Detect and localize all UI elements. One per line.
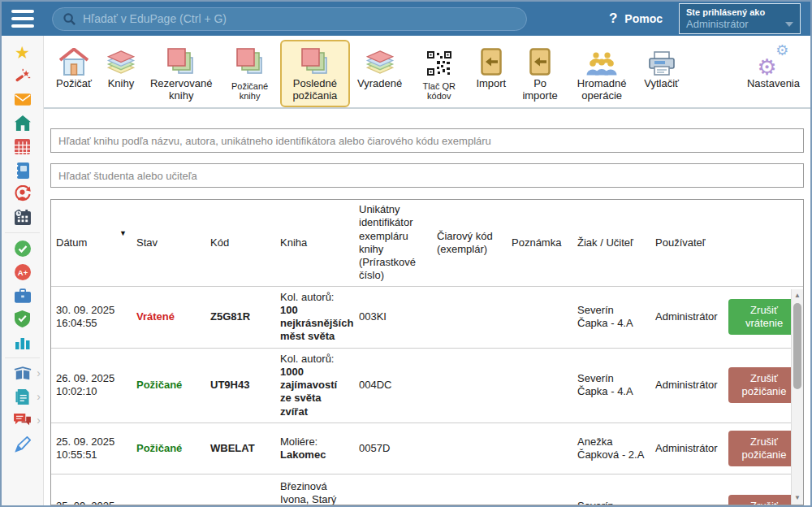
layers-icon (106, 45, 136, 76)
scroll-down-button[interactable]: ▼ (792, 494, 803, 501)
top-bar: ? Pomoc Ste prihlásený ako Administrátor (2, 2, 810, 36)
toolbar-item-label: Rezervované knihy (150, 78, 213, 102)
library-toolbar: Požičať Knihy Rezervované knihy (44, 36, 810, 109)
sidebar-item-timetable[interactable] (2, 135, 43, 158)
sidebar-item-grades[interactable]: A+ (2, 260, 43, 284)
column-header-stav[interactable]: Stav (132, 200, 205, 286)
toolbar-item-nastavenia[interactable]: ⚙⚙ Nastavenia (740, 40, 807, 96)
column-header-uid[interactable]: Unikátny identifikátor exempláru knihy (… (354, 200, 432, 286)
column-header-ciarovy-kod[interactable]: Čiarový kód (exemplár) (432, 200, 507, 286)
book-search-input[interactable] (50, 128, 804, 153)
toolbar-item-label: Import (476, 78, 506, 90)
sort-descending-icon[interactable]: ▼ (119, 229, 127, 238)
scroll-up-button[interactable]: ▲ (792, 292, 803, 299)
sidebar-item-edit[interactable] (2, 432, 43, 456)
cell-barcode (432, 422, 507, 474)
toolbar-item-label: Vytlačiť (644, 78, 679, 90)
global-search[interactable] (52, 7, 527, 31)
toolbar-item-label: Posledné požičania (287, 78, 343, 102)
left-sidebar: ★ A+ (2, 36, 44, 505)
column-header-datum[interactable]: Dátum▼ (51, 200, 132, 286)
column-header-pouzivatel[interactable]: Používateľ (650, 200, 723, 286)
open-book-icon (14, 366, 32, 380)
column-header-kod[interactable]: Kód (205, 200, 275, 286)
hamburger-menu-icon[interactable] (11, 10, 34, 28)
sidebar-item-agenda[interactable] (2, 284, 43, 307)
status-badge: Požičané (132, 422, 205, 474)
column-header-kniha[interactable]: Kniha (275, 200, 354, 286)
cell-code: LNZWFL (205, 474, 275, 505)
calendar-clock-icon (15, 210, 31, 225)
toolbar-item-vyradene[interactable]: Vyradené (350, 40, 409, 96)
sidebar-item-schedule[interactable] (2, 206, 43, 229)
logged-in-as-label: Ste prihlásený ako (686, 6, 793, 18)
toolbar-item-tlac-qr-kodov[interactable]: Tlač QR kódov (409, 40, 469, 107)
cancel-borrow-button[interactable]: Zrušiť požičanie (728, 495, 800, 505)
help-button[interactable]: ? Pomoc (609, 11, 663, 27)
person-search-input[interactable] (50, 163, 804, 188)
loans-table: Dátum▼ Stav Kód Kniha Unikátny identifik… (50, 199, 804, 505)
sidebar-item-library[interactable]: › (2, 362, 43, 385)
sidebar-item-attendance[interactable] (2, 236, 43, 260)
toolbar-item-label: Požičané knihy (227, 81, 273, 102)
people-icon (586, 45, 617, 76)
cell-code: Z5G81R (205, 286, 275, 348)
toolbar-item-knihy[interactable]: Knihy (99, 40, 143, 96)
vertical-scrollbar[interactable]: ▲ ▼ (791, 289, 803, 505)
toolbar-item-rezervovane-knihy[interactable]: Rezervované knihy (143, 40, 220, 107)
cell-user: Administrátor (650, 286, 723, 348)
person-refresh-icon (14, 185, 31, 202)
shield-check-icon (15, 310, 30, 327)
toolbar-item-hromadne-operacie[interactable]: Hromadné operácie (567, 40, 637, 107)
sidebar-item-chat[interactable]: › (2, 409, 43, 432)
cell-person: Severín Čapka - 4.A (572, 474, 650, 505)
global-search-input[interactable] (83, 12, 516, 25)
magic-wand-icon (15, 68, 31, 84)
cancel-return-button[interactable]: Zrušiť vrátenie (728, 299, 800, 336)
document-icon (15, 389, 29, 405)
sidebar-item-home[interactable] (2, 111, 43, 135)
stacked-squares-icon (300, 45, 330, 76)
column-header-ziak-ucitel[interactable]: Žiak / Učiteľ (572, 200, 650, 286)
gears-icon: ⚙⚙ (758, 45, 788, 76)
table-row: 25. 09. 202510:55:51 Požičané WBELAT Mol… (51, 422, 803, 474)
table-row: 30. 09. 202516:04:55 Vrátené Z5G81R Kol.… (51, 286, 803, 348)
table-row: 26. 09. 202510:02:10 Požičané UT9H43 Kol… (51, 348, 803, 422)
status-badge: Požičané (132, 474, 205, 505)
question-mark-icon: ? (609, 11, 617, 27)
sidebar-item-mail[interactable] (2, 88, 43, 111)
toolbar-item-label: Požičať (56, 78, 92, 90)
column-header-poznamka[interactable]: Poznámka (507, 200, 572, 286)
cell-note (507, 422, 572, 474)
toolbar-item-pozicane-knihy[interactable]: Požičané knihy (220, 40, 280, 107)
sidebar-item-favorites[interactable]: ★ (2, 41, 43, 64)
toolbar-item-import[interactable]: Import (469, 40, 513, 96)
briefcase-icon (15, 288, 31, 303)
cell-code: WBELAT (205, 422, 275, 474)
logged-in-user-dropdown[interactable]: Ste prihlásený ako Administrátor (679, 3, 801, 34)
cell-book: Kol. autorů:100 nejkrásnějších měst svět… (275, 286, 354, 348)
toolbar-item-label: Knihy (108, 78, 135, 90)
sidebar-item-parents[interactable] (2, 182, 43, 206)
star-icon: ★ (15, 44, 30, 61)
pen-icon (15, 436, 31, 453)
sidebar-item-notebook[interactable] (2, 158, 43, 182)
sidebar-item-statistics[interactable] (2, 331, 43, 354)
sidebar-item-documents[interactable]: › (2, 385, 43, 409)
check-circle-icon (15, 240, 31, 257)
cell-person: Severín Čapka - 4.A (572, 348, 650, 422)
cell-uid: 544 (354, 474, 432, 505)
svg-text:A+: A+ (17, 267, 28, 276)
sidebar-item-rights[interactable] (2, 307, 43, 331)
toolbar-item-pozicat[interactable]: Požičať (49, 40, 99, 96)
cancel-borrow-button[interactable]: Zrušiť požičanie (728, 367, 800, 404)
scroll-thumb[interactable] (793, 303, 801, 389)
chevron-right-icon: › (37, 366, 41, 379)
sidebar-item-wizard[interactable] (2, 64, 43, 88)
cancel-borrow-button[interactable]: Zrušiť požičanie (728, 431, 800, 467)
toolbar-item-po-importe[interactable]: Po importe (513, 40, 567, 107)
toolbar-item-posledne-pozicania[interactable]: Posledné požičania (280, 40, 350, 107)
notebook-icon (15, 162, 29, 179)
filters-section (44, 109, 810, 198)
toolbar-item-vytlacit[interactable]: Vytlačiť (637, 40, 686, 96)
